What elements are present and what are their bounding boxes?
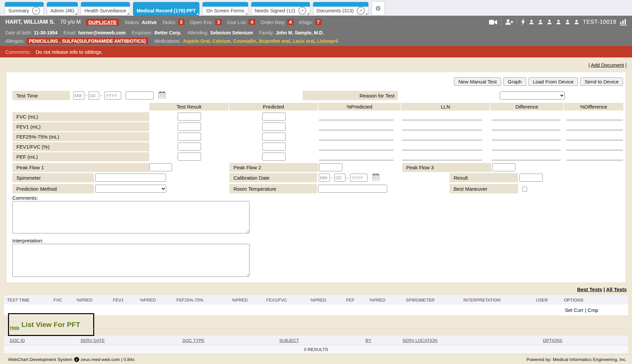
form-comments-label: Comments:: [12, 195, 38, 201]
due-list-count-badge[interactable]: 4: [249, 19, 255, 25]
tab-documents[interactable]: Documents (313) ↗: [313, 2, 368, 16]
calibration-day-input[interactable]: [334, 174, 345, 182]
test-time-month-input[interactable]: [73, 92, 85, 100]
result-input[interactable]: [519, 174, 543, 182]
row-label-fvc: FVC (mL): [12, 112, 149, 121]
results-header-row: TEST TIME FVC %PRED FEV1 %PRED FEF25%-75…: [4, 295, 628, 305]
open-enc-count-badge[interactable]: 3: [215, 19, 222, 25]
fvc-test-result-input[interactable]: [178, 113, 201, 121]
tab-needs-signed[interactable]: Needs Signed (12) ↗: [251, 2, 310, 16]
user-icon[interactable]: [565, 19, 570, 25]
medication-link[interactable]: ibuprofen oral: [256, 38, 290, 44]
divider: [501, 18, 501, 26]
doc-header-options[interactable]: OPTIONS: [543, 336, 563, 345]
results-header-pef: PEF: [346, 295, 354, 305]
interpretation-textarea[interactable]: [12, 244, 250, 277]
send-to-device-button[interactable]: Send to Device: [580, 77, 623, 86]
calendar-icon[interactable]: [158, 91, 166, 99]
user-icon[interactable]: [556, 19, 561, 25]
fev1fvc-predicted-input[interactable]: [262, 143, 286, 151]
user-icon[interactable]: [547, 19, 552, 25]
reason-for-test-select[interactable]: [500, 92, 565, 100]
user-icon[interactable]: [538, 19, 543, 25]
results-header-pct-pred: %PRED: [76, 295, 93, 305]
footer-left: WebChart Development System i zeus.med-w…: [8, 357, 135, 362]
room-temperature-input[interactable]: [318, 185, 387, 193]
external-link-icon[interactable]: ↗: [357, 7, 365, 15]
peak-flow-3-label: Peak Flow 3: [402, 163, 491, 172]
fev1-lln-line: [402, 130, 482, 130]
add-document-link[interactable]: Add Document: [591, 62, 624, 68]
calibration-year-input[interactable]: [350, 174, 367, 182]
tab-summary[interactable]: Summary ↗: [5, 2, 44, 16]
set-curr-cmp-links[interactable]: Set Curr | Cmp: [565, 305, 598, 315]
esign-count-badge[interactable]: 7: [315, 19, 322, 25]
test-time-time-input[interactable]: [126, 92, 154, 100]
medication-link[interactable]: Lasix oral: [290, 38, 314, 44]
user-icon[interactable]: [574, 19, 579, 25]
best-maneuver-checkbox[interactable]: [522, 187, 527, 192]
tab-admin[interactable]: Admin (46): [47, 2, 78, 16]
external-link-icon[interactable]: ↗: [32, 7, 40, 15]
test-time-year-input[interactable]: [104, 92, 121, 100]
demographics-row-1: Date of birth:11-30-1954 Email:horner@mi…: [0, 28, 632, 37]
fev1fvc-pct-predicted-line: [319, 150, 393, 150]
medication-link[interactable]: Coumadin: [230, 38, 256, 44]
fef2575-predicted-input[interactable]: [262, 133, 286, 141]
prediction-method-select[interactable]: [95, 185, 166, 193]
new-manual-test-button[interactable]: New Manual Test: [454, 77, 501, 86]
results-header-fev1: FEV1: [113, 295, 124, 305]
tab-health-surveillance[interactable]: Health Surveillance: [81, 2, 130, 16]
fvc-pct-predicted-line: [319, 120, 393, 120]
fev1fvc-test-result-input[interactable]: [178, 143, 201, 151]
all-tests-link[interactable]: All Tests: [606, 287, 627, 292]
video-camera-icon[interactable]: [489, 19, 497, 25]
duplicate-badge[interactable]: DUPLICATE: [86, 19, 119, 26]
webchart-pft-page: Summary ↗ Admin (46) Health Surveillance…: [0, 0, 632, 364]
test-time-day-input[interactable]: [88, 92, 99, 100]
spirometer-input[interactable]: [95, 174, 166, 182]
fef2575-pct-difference-line: [567, 140, 623, 140]
graph-button[interactable]: Graph: [503, 77, 526, 86]
peak-flow-1-input[interactable]: [149, 163, 172, 171]
doc-header-subject[interactable]: SUBJECT: [279, 336, 299, 345]
info-icon[interactable]: i: [74, 357, 79, 362]
hide-list-view-link[interactable]: Hide: [10, 325, 19, 330]
pef-predicted-input[interactable]: [262, 153, 286, 161]
peak-flow-3-input[interactable]: [492, 163, 515, 171]
pef-test-result-input[interactable]: [178, 153, 201, 161]
tasks-count-badge[interactable]: 3: [178, 19, 185, 25]
best-tests-link[interactable]: Best Tests: [577, 287, 602, 292]
doc-header-by[interactable]: BY: [365, 336, 371, 345]
results-header-fev1fvc: FEV1/FVC: [266, 295, 287, 305]
fev1-predicted-input[interactable]: [262, 123, 286, 131]
medication-link[interactable]: Aspirin Oral: [183, 38, 210, 44]
external-link-icon[interactable]: ↗: [298, 7, 306, 15]
load-from-device-button[interactable]: Load From Device: [528, 77, 578, 86]
user-icon[interactable]: [529, 19, 534, 25]
settings-button[interactable]: ⚙: [371, 1, 385, 16]
doc-header-doc-type[interactable]: DOC TYPE: [182, 336, 204, 345]
peak-flow-2-input[interactable]: [319, 163, 342, 171]
medication-link[interactable]: Calcium: [210, 38, 230, 44]
fev1-test-result-input[interactable]: [178, 123, 201, 131]
lightning-icon[interactable]: [521, 19, 525, 25]
tab-on-screen-forms[interactable]: On Screen Forms: [202, 2, 248, 16]
medication-link[interactable]: Lisinopril: [314, 38, 338, 44]
doc-header-doc-id[interactable]: DOC ID: [10, 336, 25, 345]
comments-textarea[interactable]: [12, 201, 250, 233]
tab-medical-record-active[interactable]: Medical Record (179):PFT: [133, 2, 199, 16]
email-value[interactable]: horner@mieweb.com: [78, 30, 126, 35]
pipe: |: [604, 287, 605, 292]
flowsheet-chart-icon[interactable]: [620, 19, 627, 25]
fvc-predicted-input[interactable]: [262, 113, 286, 121]
calendar-icon[interactable]: [372, 173, 379, 181]
order-req-count-badge[interactable]: 4: [287, 19, 294, 25]
doc-header-serv-location[interactable]: SERV LOCATION: [403, 336, 437, 345]
add-user-icon[interactable]: [505, 19, 513, 25]
fef2575-test-result-input[interactable]: [178, 133, 201, 141]
doc-header-serv-date[interactable]: SERV DATE: [81, 336, 105, 345]
fvc-difference-line: [492, 120, 561, 120]
calibration-month-input[interactable]: [319, 174, 330, 182]
pef-lln-line: [402, 160, 482, 160]
